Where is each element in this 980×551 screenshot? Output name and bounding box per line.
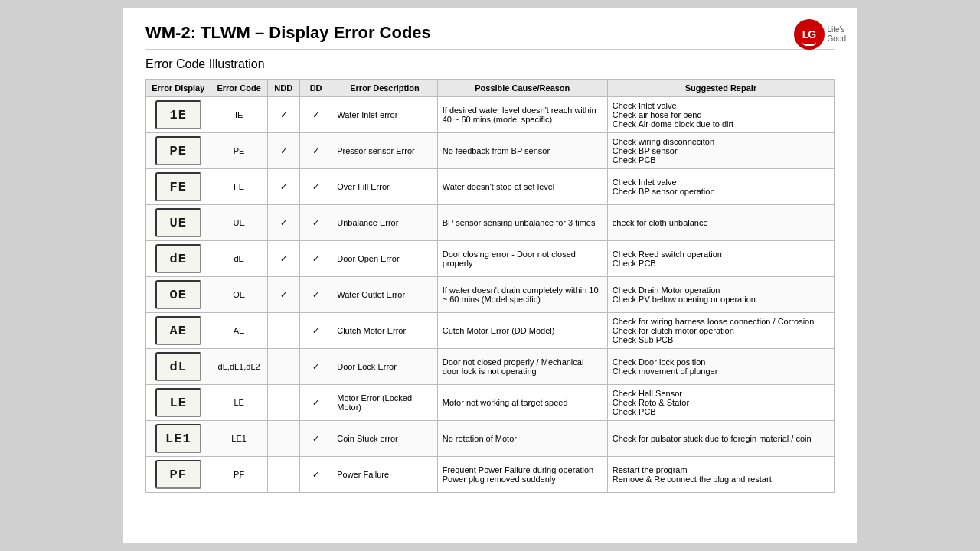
cell-code: AE (211, 313, 267, 349)
table-row: FEFE✓✓Over Fill ErrorWater doesn't stop … (146, 169, 835, 205)
cell-dd: ✓ (299, 349, 332, 385)
cell-dd: ✓ (299, 97, 332, 133)
table-row: OEOE✓✓Water Outlet ErrorIf water doesn't… (146, 277, 835, 313)
cell-display: FE (146, 169, 211, 205)
cell-description: Unbalance Error (332, 205, 437, 241)
table-row: UEUE✓✓Unbalance ErrorBP sensor sensing u… (146, 205, 835, 241)
table-row: PEPE✓✓Pressor sensor ErrorNo feedback fr… (146, 133, 835, 169)
cell-description: Water Inlet error (332, 97, 437, 133)
cell-cause: If desired water level doesn't reach wit… (437, 97, 607, 133)
cell-display: PF (146, 457, 211, 493)
seg-text: dL (170, 360, 187, 374)
cell-dd: ✓ (299, 241, 332, 277)
header-display: Error Display (146, 80, 211, 97)
seg-text: dE (170, 252, 187, 266)
seg-text: LE1 (165, 432, 191, 446)
header-ndd: NDD (267, 80, 299, 97)
cell-dd: ✓ (299, 385, 332, 421)
cell-ndd: ✓ (267, 241, 299, 277)
cell-repair: Check wiring disconneciton Check BP sens… (607, 133, 834, 169)
cell-cause: Motor not working at target speed (437, 385, 607, 421)
cell-dd: ✓ (299, 205, 332, 241)
cell-ndd: ✓ (267, 97, 299, 133)
cell-cause: Door not closed properly / Mechanical do… (437, 349, 607, 385)
cell-display: 1E (146, 97, 211, 133)
cell-description: Power Failure (332, 457, 437, 493)
cell-ndd: ✓ (267, 133, 299, 169)
cell-repair: Check Inlet valve Check BP sensor operat… (607, 169, 834, 205)
table-row: PFPF✓Power FailureFrequent Power Failure… (146, 457, 835, 493)
cell-description: Over Fill Error (332, 169, 437, 205)
cell-cause: No rotation of Motor (437, 421, 607, 457)
segment-display: UE (155, 208, 201, 237)
cell-repair: Check for wiring harness loose connectio… (607, 313, 834, 349)
seg-text: 1E (170, 108, 187, 122)
header-dd: DD (299, 80, 332, 97)
lg-logo: LG Life'sGood (794, 19, 846, 50)
segment-display: LE1 (155, 424, 201, 453)
header-cause: Possible Cause/Reason (437, 80, 607, 97)
seg-text: FE (170, 180, 187, 194)
seg-text: AE (170, 324, 187, 338)
seg-text: PF (170, 468, 187, 482)
table-row: LE1LE1✓Coin Stuck errorNo rotation of Mo… (146, 421, 835, 457)
cell-code: PE (211, 133, 267, 169)
seg-text: PE (170, 144, 187, 158)
cell-repair: Check Inlet valve Check air hose for ben… (607, 97, 834, 133)
cell-ndd: ✓ (267, 277, 299, 313)
cell-dd: ✓ (299, 421, 332, 457)
cell-display: OE (146, 277, 211, 313)
segment-display: PF (155, 460, 201, 489)
cell-repair: check for cloth unbalance (607, 205, 834, 241)
table-row: dEdE✓✓Door Open ErrorDoor closing error … (146, 241, 835, 277)
table-row: dLdL,dL1,dL2✓Door Lock ErrorDoor not clo… (146, 349, 835, 385)
seg-text: OE (170, 288, 187, 302)
cell-repair: Check Reed switch operation Check PCB (607, 241, 834, 277)
cell-description: Door Open Error (332, 241, 437, 277)
main-page: LG Life'sGood WM-2: TLWM – Display Error… (122, 8, 858, 543)
seg-text: UE (170, 216, 187, 230)
cell-repair: Check Hall Sensor Check Roto & Stator Ch… (607, 385, 834, 421)
header-repair: Suggested Repair (607, 80, 834, 97)
cell-display: AE (146, 313, 211, 349)
cell-ndd (267, 421, 299, 457)
cell-cause: Door closing error - Door not closed pro… (437, 241, 607, 277)
cell-description: Motor Error (Locked Motor) (332, 385, 437, 421)
cell-dd: ✓ (299, 277, 332, 313)
cell-code: LE1 (211, 421, 267, 457)
cell-description: Coin Stuck error (332, 421, 437, 457)
cell-description: Door Lock Error (332, 349, 437, 385)
segment-display: dL (155, 352, 201, 381)
logo-smile (802, 42, 816, 46)
cell-code: dE (211, 241, 267, 277)
cell-cause: No feedback from BP sensor (437, 133, 607, 169)
cell-cause: Water doesn't stop at set level (437, 169, 607, 205)
cell-description: Pressor sensor Error (332, 133, 437, 169)
cell-ndd (267, 385, 299, 421)
cell-display: UE (146, 205, 211, 241)
error-codes-table: Error Display Error Code NDD DD Error De… (145, 79, 835, 493)
cell-dd: ✓ (299, 457, 332, 493)
cell-display: LE1 (146, 421, 211, 457)
cell-repair: Restart the program Remove & Re connect … (607, 457, 834, 493)
logo-tagline: Life'sGood (828, 25, 846, 44)
cell-description: Water Outlet Error (332, 277, 437, 313)
cell-repair: Check Drain Motor operation Check PV bel… (607, 277, 834, 313)
cell-display: LE (146, 385, 211, 421)
page-title: WM-2: TLWM – Display Error Codes (145, 23, 835, 50)
segment-display: FE (155, 172, 201, 201)
segment-display: dE (155, 244, 201, 273)
cell-code: LE (211, 385, 267, 421)
segment-display: OE (155, 280, 201, 309)
cell-repair: Check for pulsator stuck due to foregin … (607, 421, 834, 457)
cell-ndd: ✓ (267, 169, 299, 205)
table-row: AEAE✓Clutch Motor ErrorCutch Motor Error… (146, 313, 835, 349)
cell-code: dL,dL1,dL2 (211, 349, 267, 385)
cell-code: FE (211, 169, 267, 205)
cell-ndd (267, 349, 299, 385)
cell-code: IE (211, 97, 267, 133)
segment-display: 1E (155, 100, 201, 129)
table-row: 1EIE✓✓Water Inlet errorIf desired water … (146, 97, 835, 133)
cell-cause: Cutch Motor Error (DD Model) (437, 313, 607, 349)
cell-code: OE (211, 277, 267, 313)
